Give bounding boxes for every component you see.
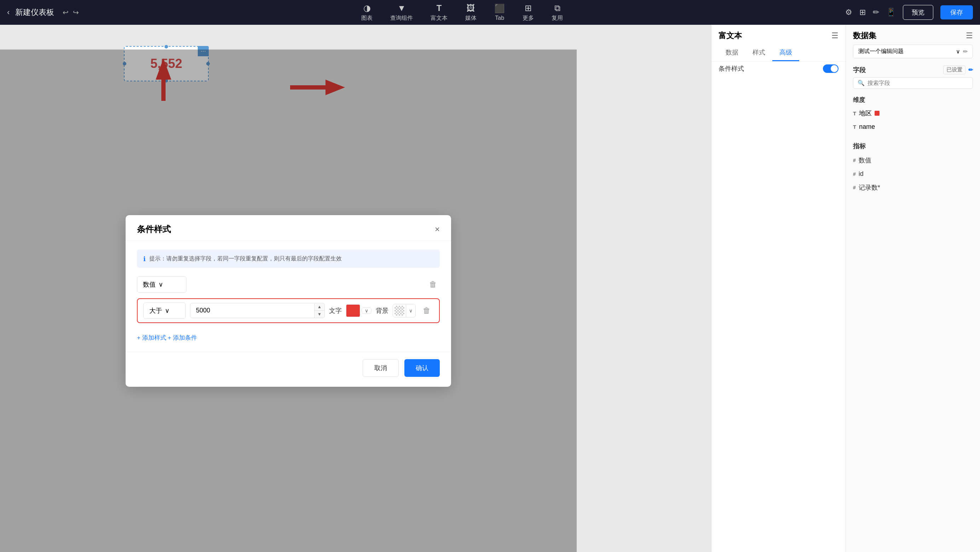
tool-reuse[interactable]: ⧉ 复用	[552, 3, 563, 22]
metric-item-value[interactable]: # 数值	[853, 153, 973, 167]
value-input[interactable]	[190, 303, 314, 318]
edit-icon[interactable]: ✏	[873, 8, 879, 17]
dataset-panel: 数据集 ☰ 测试一个编辑问题 ∨ ✏ 字段 已设置 ✏ 🔍	[846, 25, 980, 552]
field-label-name: name	[859, 123, 875, 130]
modal-close-button[interactable]: ×	[435, 224, 440, 234]
tool-richtext[interactable]: T 富文本	[431, 3, 447, 22]
condition-item-delete[interactable]: 🗑	[420, 303, 433, 318]
undo-button[interactable]: ↩	[63, 8, 68, 17]
panels-container: 富文本 ☰ 数据 样式 高级 条件样式 数据集 ☰ 测试一个编辑问题 ∨ ✏	[711, 25, 980, 552]
tab-data[interactable]: 数据	[719, 45, 745, 61]
page-title: 新建仪表板	[15, 7, 54, 18]
background-label: 背景	[376, 306, 388, 315]
modal-title: 条件样式	[137, 224, 171, 235]
layout-icon[interactable]: ⊞	[859, 8, 866, 17]
save-button[interactable]: 保存	[940, 5, 973, 19]
modal-body: ℹ 提示：请勿重复选择字段，若同一字段重复配置，则只有最后的字段配置生效 数值 …	[126, 241, 451, 352]
field-dropdown-arrow: ∨	[159, 281, 163, 288]
ds-menu-icon[interactable]: ☰	[966, 31, 973, 40]
field-badge-region	[875, 111, 880, 116]
dimension-label: 维度	[853, 94, 973, 106]
ds-dataset-select[interactable]: 测试一个编辑问题 ∨ ✏	[853, 45, 973, 58]
field-type-icon-name: T	[853, 124, 856, 130]
spinner-up[interactable]: ▲	[315, 304, 325, 311]
operator-dropdown-arrow: ∨	[165, 307, 169, 315]
tool-media[interactable]: 🖼 媒体	[465, 3, 477, 22]
back-button[interactable]: ‹	[7, 8, 10, 17]
tab-advanced[interactable]: 高级	[772, 45, 799, 61]
ds-set-edit-icon[interactable]: ✏	[968, 67, 973, 73]
ds-search-input[interactable]	[867, 80, 938, 86]
ds-dataset-name: 测试一个编辑问题	[858, 48, 904, 55]
field-delete-button[interactable]: 🗑	[426, 277, 440, 292]
confirm-button[interactable]: 确认	[404, 359, 440, 377]
spinner-down[interactable]: ▼	[315, 311, 325, 318]
metric-item-id[interactable]: # id	[853, 167, 973, 180]
device-icon[interactable]: 📱	[886, 8, 896, 17]
conditional-style-label: 条件样式	[719, 64, 744, 73]
tab-style[interactable]: 样式	[745, 45, 772, 61]
ds-dropdown-arrow: ∨	[956, 48, 960, 55]
toolbar-tools: ◑ 图表 ▼ 查询组件 T 富文本 🖼 媒体 ⬛ Tab ⊞ 更多 ⧉ 复用	[79, 3, 845, 22]
background-color-arrow: ∨	[406, 304, 415, 317]
tool-query[interactable]: ▼ 查询组件	[390, 3, 413, 22]
info-banner: ℹ 提示：请勿重复选择字段，若同一字段重复配置，则只有最后的字段配置生效	[137, 250, 440, 268]
conditional-style-toggle[interactable]	[823, 64, 838, 73]
ds-metrics-title: 指标	[853, 142, 973, 150]
operator-dropdown[interactable]: 大于 ∨	[143, 302, 186, 319]
operator-label: 大于	[149, 306, 162, 315]
field-dropdown[interactable]: 数值 ∨	[137, 276, 186, 293]
ds-metrics-section: 指标 # 数值 # id # 记录数*	[846, 138, 980, 198]
metric-label-records: 记录数*	[859, 183, 880, 192]
metric-icon-records: #	[853, 185, 856, 190]
metric-label-value: 数值	[859, 156, 872, 165]
ds-title: 数据集	[853, 30, 877, 41]
rtp-menu-icon[interactable]: ☰	[831, 31, 838, 40]
ds-field-title: 字段 已设置 ✏	[853, 65, 973, 74]
ds-field-section: 字段 已设置 ✏ 🔍 维度 T 地区 T name	[846, 62, 980, 138]
toolbar: ‹ 新建仪表板 ↩ ↪ ◑ 图表 ▼ 查询组件 T 富文本 🖼 媒体 ⬛ Tab…	[0, 0, 980, 25]
ds-search-icon: 🔍	[858, 80, 865, 86]
text-color-arrow: ∨	[362, 308, 371, 313]
background-color-preview	[395, 306, 404, 316]
rtp-title: 富文本	[719, 30, 742, 41]
modal-overlay: 条件样式 × ℹ 提示：请勿重复选择字段，若同一字段重复配置，则只有最后的字段配…	[0, 49, 577, 552]
tool-chart[interactable]: ◑ 图表	[361, 3, 372, 22]
modal-header: 条件样式 ×	[126, 215, 451, 241]
cancel-button[interactable]: 取消	[363, 359, 399, 377]
modal-footer: 取消 确认	[126, 352, 451, 387]
add-style-button[interactable]: + 添加样式	[137, 332, 166, 343]
value-input-wrap: ▲ ▼	[190, 303, 325, 318]
add-condition-button[interactable]: + 添加条件	[168, 332, 197, 343]
ds-header: 数据集 ☰	[846, 25, 980, 41]
field-label: 数值	[143, 280, 156, 289]
ds-set-button[interactable]: 已设置	[943, 65, 966, 74]
metric-item-records[interactable]: # 记录数*	[853, 180, 973, 195]
value-spinners: ▲ ▼	[314, 304, 325, 318]
field-item-name[interactable]: T name	[853, 120, 973, 134]
info-icon: ℹ	[143, 255, 146, 263]
metric-icon-id: #	[853, 171, 856, 177]
tool-tab[interactable]: ⬛ Tab	[494, 3, 505, 21]
text-color-button[interactable]	[346, 304, 360, 317]
preview-button[interactable]: 预览	[903, 5, 933, 20]
text-label: 文字	[329, 306, 342, 315]
conditional-style-modal: 条件样式 × ℹ 提示：请勿重复选择字段，若同一字段重复配置，则只有最后的字段配…	[126, 215, 451, 387]
rtp-header: 富文本 ☰	[711, 25, 846, 41]
resize-handle-top[interactable]	[164, 45, 168, 48]
metric-icon-value: #	[853, 157, 856, 163]
field-selector-row: 数值 ∨ 🗑	[137, 276, 440, 293]
metric-label-id: id	[859, 170, 864, 178]
info-text: 提示：请勿重复选择字段，若同一字段重复配置，则只有最后的字段配置生效	[149, 255, 342, 263]
text-color-dropdown[interactable]: ∨	[361, 307, 371, 314]
field-item-region[interactable]: T 地区	[853, 106, 973, 120]
ds-edit-icon[interactable]: ✏	[963, 48, 967, 55]
tool-more[interactable]: ⊞ 更多	[523, 3, 534, 22]
rtp-tabs: 数据 样式 高级	[711, 45, 846, 62]
filter-icon[interactable]: ⚙	[845, 8, 852, 17]
field-label-region: 地区	[859, 109, 872, 118]
ds-search-box: 🔍	[853, 77, 973, 89]
background-color-select[interactable]: ∨	[393, 304, 416, 317]
conditional-style-toggle-row: 条件样式	[711, 62, 846, 76]
redo-button[interactable]: ↪	[73, 8, 79, 17]
